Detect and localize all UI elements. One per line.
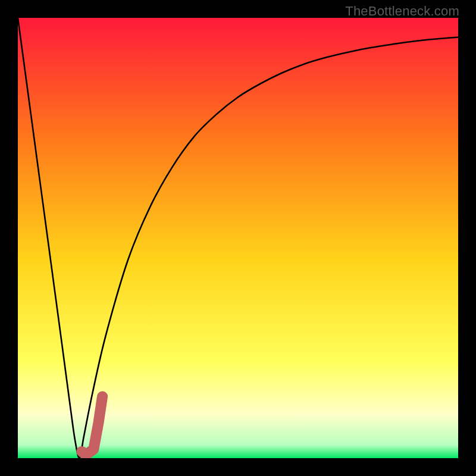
plot-area [18, 18, 458, 458]
curve-layer [18, 18, 458, 458]
chart-frame: TheBottleneck.com [0, 0, 476, 476]
highlight-mark [82, 396, 102, 455]
bottleneck-curve [18, 18, 458, 458]
attribution-text: TheBottleneck.com [345, 4, 459, 19]
